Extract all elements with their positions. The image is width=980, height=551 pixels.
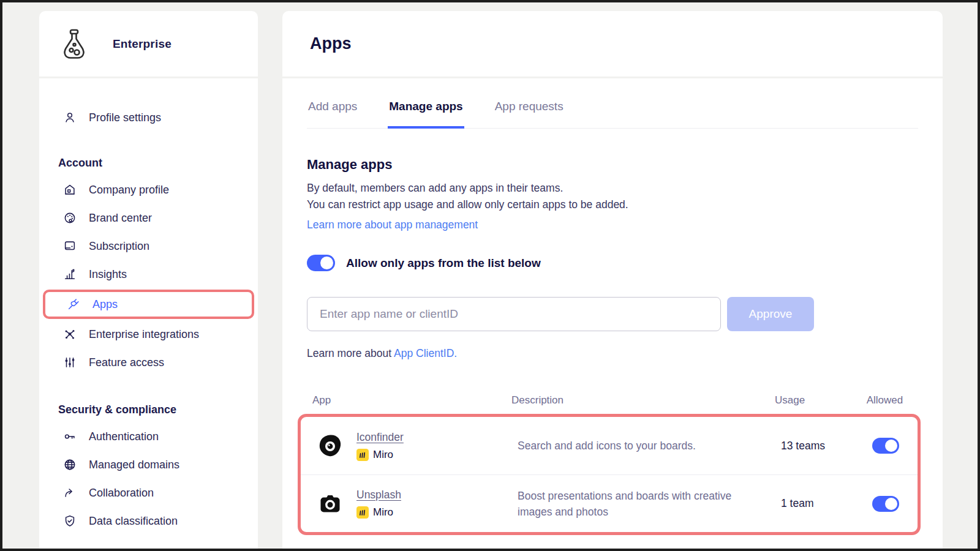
sidebar-item-label: Apps <box>92 298 118 311</box>
column-header-usage: Usage <box>775 394 851 407</box>
app-cell: Unsplash Miro <box>318 489 518 519</box>
app-name-input[interactable] <box>307 297 721 331</box>
sidebar-item-subscription[interactable]: Subscription <box>39 232 258 260</box>
sidebar-item-label: Enterprise integrations <box>89 328 199 341</box>
settings-sidebar: Enterprise Profile settings Account Comp… <box>39 11 258 549</box>
apps-table-header: App Description Usage Allowed <box>307 394 918 407</box>
sidebar-item-collaboration[interactable]: Collaboration <box>39 479 258 507</box>
unsplash-camera-logo <box>318 492 342 515</box>
sidebar-item-label: Data classification <box>89 515 178 528</box>
sidebar-nav: Profile settings Account Company profile… <box>39 78 258 549</box>
annotation-highlight-apps: Apps <box>43 290 254 319</box>
card-icon <box>63 239 77 253</box>
page-title: Apps <box>282 34 352 53</box>
app-clientid-link[interactable]: App ClientID. <box>394 347 457 359</box>
sidebar-item-brand-center[interactable]: Brand center <box>39 204 258 232</box>
section-label-security: Security & compliance <box>39 403 258 416</box>
sliders-icon <box>63 356 77 369</box>
plug-icon <box>67 298 80 311</box>
sidebar-item-label: Company profile <box>89 184 169 197</box>
app-management-link[interactable]: Learn more about app management <box>307 219 478 231</box>
building-icon <box>63 183 77 197</box>
bar-chart-icon <box>63 268 77 281</box>
client-id-note-prefix: Learn more about <box>307 347 394 359</box>
sidebar-item-insights[interactable]: Insights <box>39 260 258 288</box>
approve-app-row: Approve <box>307 297 918 331</box>
section-label-account: Account <box>39 157 258 170</box>
sidebar-item-label: Collaboration <box>89 487 154 500</box>
tab-app-requests[interactable]: App requests <box>494 99 565 129</box>
publisher-name: Miro <box>373 449 393 461</box>
sidebar-item-label: Profile settings <box>89 111 161 124</box>
app-description: Boost presentations and boards with crea… <box>518 488 781 520</box>
app-usage: 13 teams <box>781 440 858 452</box>
sidebar-item-profile-settings[interactable]: Profile settings <box>39 105 258 130</box>
allow-list-toggle-row: Allow only apps from the list below <box>307 255 918 271</box>
workspace-header: Enterprise <box>39 11 258 77</box>
sidebar-item-authentication[interactable]: Authentication <box>39 422 258 451</box>
approve-button[interactable]: Approve <box>727 297 814 331</box>
globe-icon <box>63 458 77 471</box>
sidebar-item-label: Feature access <box>89 356 164 369</box>
allowed-cell <box>858 438 914 454</box>
page-content: Add apps Manage apps App requests Manage… <box>282 78 943 549</box>
publisher-row: Miro <box>356 506 401 519</box>
app-name-link[interactable]: Unsplash <box>356 489 401 501</box>
tab-manage-apps[interactable]: Manage apps <box>388 99 464 129</box>
key-icon <box>63 430 77 443</box>
section-heading: Manage apps <box>307 157 918 173</box>
table-row-unsplash: Unsplash Miro Boost presentations and bo… <box>301 474 918 532</box>
sidebar-item-label: Brand center <box>89 212 152 225</box>
share-arrow-icon <box>63 486 77 500</box>
sidebar-item-managed-domains[interactable]: Managed domains <box>39 451 258 479</box>
section-description: By default, members can add any apps in … <box>307 180 918 213</box>
app-cell: Iconfinder Miro <box>318 431 518 461</box>
publisher-name: Miro <box>373 506 393 519</box>
flask-icon <box>60 28 88 60</box>
column-header-description: Description <box>511 394 775 407</box>
sidebar-item-label: Insights <box>89 268 127 281</box>
shield-check-icon <box>63 514 77 528</box>
apps-tab-bar: Add apps Manage apps App requests <box>307 99 918 129</box>
palette-icon <box>63 211 77 225</box>
app-description: Search and add icons to your boards. <box>518 438 781 454</box>
annotation-highlight-table-rows: Iconfinder Miro Search and add icons to … <box>298 414 921 535</box>
app-name-link[interactable]: Iconfinder <box>356 431 404 444</box>
tab-add-apps[interactable]: Add apps <box>307 99 358 129</box>
app-usage: 1 team <box>781 497 858 510</box>
miro-badge-icon <box>356 506 369 519</box>
allow-list-toggle-label: Allow only apps from the list below <box>346 257 541 270</box>
network-icon <box>63 328 77 341</box>
publisher-row: Miro <box>356 449 404 461</box>
allowed-cell <box>858 496 914 512</box>
description-line-2: You can restrict app usage and allow onl… <box>307 198 628 211</box>
sidebar-item-data-classification[interactable]: Data classification <box>39 507 258 535</box>
sidebar-item-label: Authentication <box>89 430 159 443</box>
allowed-toggle-unsplash[interactable] <box>872 496 899 512</box>
sidebar-item-label: Managed domains <box>89 459 179 471</box>
sidebar-item-label: Subscription <box>89 240 149 253</box>
column-header-allowed: Allowed <box>851 394 918 407</box>
page-header: Apps <box>282 11 943 77</box>
person-icon <box>63 111 77 124</box>
iconfinder-logo <box>318 434 342 457</box>
workspace-name: Enterprise <box>113 37 172 51</box>
client-id-note: Learn more about App ClientID. <box>307 347 918 360</box>
allow-list-toggle[interactable] <box>307 255 335 271</box>
sidebar-item-enterprise-integrations[interactable]: Enterprise integrations <box>39 320 258 348</box>
app-window: Enterprise Profile settings Account Comp… <box>0 0 980 551</box>
miro-badge-icon <box>356 449 369 461</box>
sidebar-item-feature-access[interactable]: Feature access <box>39 348 258 377</box>
table-row-iconfinder: Iconfinder Miro Search and add icons to … <box>301 417 918 474</box>
sidebar-item-apps[interactable]: Apps <box>45 292 252 317</box>
allowed-toggle-iconfinder[interactable] <box>872 438 899 454</box>
column-header-app: App <box>312 394 511 407</box>
sidebar-item-company-profile[interactable]: Company profile <box>39 176 258 204</box>
description-line-1: By default, members can add any apps in … <box>307 182 563 194</box>
apps-page: Apps Add apps Manage apps App requests M… <box>282 11 943 549</box>
